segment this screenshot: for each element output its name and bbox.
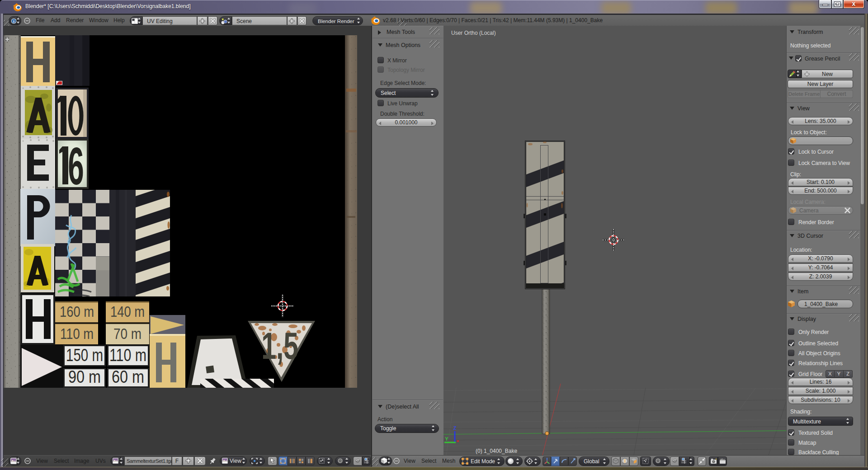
- svg-text:140 m: 140 m: [110, 303, 145, 320]
- svg-text:70 m: 70 m: [113, 325, 142, 342]
- svg-text:1,5: 1,5: [261, 324, 298, 367]
- svg-text:110 m: 110 m: [109, 346, 146, 365]
- svg-text:150 m: 150 m: [66, 346, 103, 365]
- svg-text:User Ortho (Local): User Ortho (Local): [451, 30, 496, 36]
- svg-text:Y: Y: [445, 436, 448, 442]
- svg-text:Z: Z: [453, 425, 457, 431]
- svg-text:110 m: 110 m: [60, 325, 94, 342]
- svg-text:60 m: 60 m: [112, 367, 144, 386]
- svg-text:(0) 1_0400_Bake: (0) 1_0400_Bake: [476, 448, 517, 454]
- svg-text:90 m: 90 m: [68, 367, 101, 386]
- svg-text:160 m: 160 m: [60, 303, 94, 320]
- svg-text:6: 6: [68, 137, 84, 196]
